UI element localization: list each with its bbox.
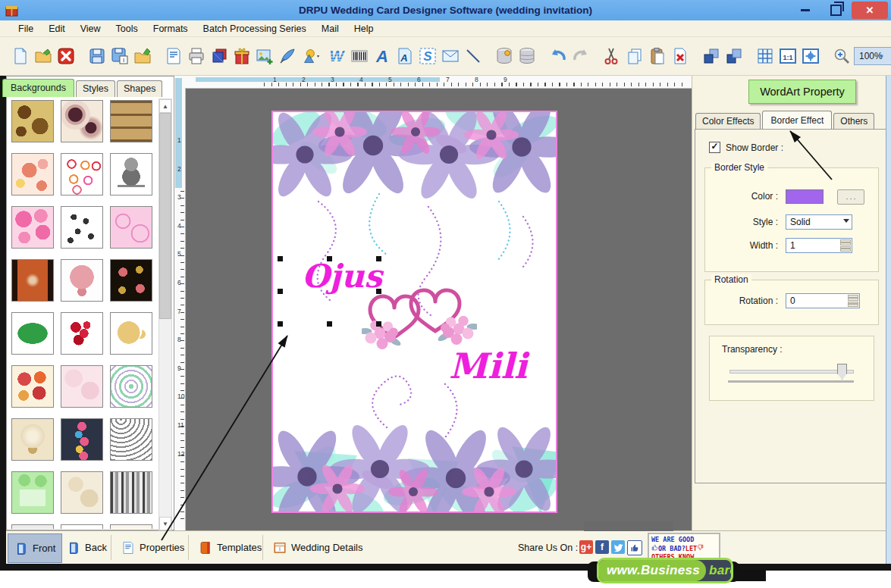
background-thumbnail-petal-elephant[interactable] [61, 259, 103, 302]
background-thumbnail-pink-hearts[interactable] [11, 206, 54, 249]
background-thumbnail-palanquin-sketch[interactable] [110, 153, 152, 195]
barcode-icon[interactable] [349, 46, 369, 67]
menu-file[interactable]: File [11, 22, 41, 36]
text-page-icon[interactable]: A [394, 46, 415, 67]
background-thumbnail-bw-lace-stripes[interactable] [110, 471, 152, 514]
background-thumbnail-green-swirl-frame[interactable] [11, 471, 54, 514]
selection-handle-w[interactable] [278, 289, 283, 294]
undo-icon[interactable] [547, 46, 568, 67]
wedding-details-button[interactable]: I Wedding Details [267, 533, 369, 561]
new-document-icon[interactable] [10, 46, 30, 67]
background-thumbnail-yellow-brown-floral[interactable] [11, 100, 54, 142]
background-thumbnail-pink-swirls[interactable] [110, 206, 152, 249]
templates-button[interactable]: Templates [193, 533, 268, 561]
zoom-in-icon[interactable] [831, 46, 852, 67]
selection-handle-n[interactable] [327, 256, 332, 261]
spin-down-icon[interactable] [848, 302, 858, 308]
minimize-button[interactable] [791, 2, 820, 18]
tab-styles[interactable]: Styles [76, 80, 115, 97]
background-thumbnail-mandala[interactable] [110, 365, 152, 408]
background-thumbnail-ornate-hearts[interactable] [11, 365, 54, 408]
scroll-down-icon[interactable]: ▼ [159, 517, 171, 530]
color-browse-button[interactable]: . . . [837, 189, 864, 205]
google-plus-icon[interactable]: g+ [579, 540, 593, 554]
tab-border-effect[interactable]: Border Effect [762, 111, 832, 130]
grid-icon[interactable] [755, 46, 775, 67]
selection-handle-e[interactable] [376, 289, 381, 294]
background-thumbnail-cream-rose[interactable] [11, 418, 54, 461]
copy-icon[interactable] [624, 46, 645, 67]
zoom-level-dropdown[interactable]: 100% [854, 47, 891, 65]
selection-handle-s[interactable] [327, 321, 332, 327]
bride-name-wordart[interactable]: Mili [449, 349, 527, 383]
groom-name-wordart[interactable]: Ojus [302, 261, 382, 292]
bring-to-front-icon[interactable] [701, 46, 721, 67]
selection-handle-se[interactable] [376, 321, 381, 327]
thumbnails-scrollbar[interactable]: ▲ ▼ [158, 99, 172, 531]
restore-button[interactable] [821, 2, 850, 18]
background-thumbnail-wedding-couples[interactable] [61, 206, 103, 249]
toolbar-overflow-icon[interactable]: » [879, 51, 883, 60]
background-thumbnail-heart-outlines[interactable] [61, 153, 103, 195]
actual-size-icon[interactable]: 1:1 [777, 46, 798, 67]
front-button[interactable]: Front [8, 533, 62, 563]
menu-tools[interactable]: Tools [108, 22, 146, 36]
selection-handle-ne[interactable] [376, 256, 381, 261]
delete-icon[interactable] [670, 46, 690, 67]
background-thumbnail-green-leaf[interactable] [11, 312, 54, 355]
menu-batch-processing-series[interactable]: Batch Processing Series [196, 22, 314, 36]
scrollbar-thumb[interactable] [159, 113, 171, 319]
rotation-spinner[interactable]: 0 [786, 293, 860, 308]
menu-mail[interactable]: Mail [314, 22, 347, 36]
border-color-swatch[interactable] [786, 189, 824, 204]
gift-icon[interactable] [231, 46, 252, 67]
background-thumbnail-navy-floral-strip[interactable] [61, 418, 103, 461]
tab-backgrounds[interactable]: Backgrounds [2, 79, 74, 97]
properties-button[interactable]: Properties [115, 533, 190, 561]
spin-down-icon[interactable] [840, 246, 851, 252]
word-art-icon[interactable]: W [326, 46, 347, 67]
insert-text-icon[interactable]: A [372, 46, 392, 67]
background-thumbnail-pink-texture[interactable] [61, 365, 103, 408]
background-thumbnail-partial-row-3[interactable] [110, 524, 152, 529]
background-thumbnail-partial-row-2[interactable] [61, 524, 103, 529]
back-button[interactable]: Back [61, 533, 113, 561]
insert-shape-icon[interactable] [300, 46, 324, 67]
draw-line-icon[interactable] [463, 46, 483, 67]
transparency-slider-thumb[interactable] [837, 364, 847, 380]
twitter-icon[interactable] [611, 540, 625, 554]
tab-others[interactable]: Others [833, 113, 874, 129]
menu-help[interactable]: Help [347, 22, 381, 36]
tab-color-effects[interactable]: Color Effects [695, 113, 761, 129]
like-icon[interactable] [627, 540, 642, 555]
envelope-icon[interactable] [440, 46, 460, 67]
wedding-card[interactable]: Ojus Mili [271, 111, 557, 513]
border-style-dropdown[interactable]: Solid [786, 214, 852, 230]
print-icon[interactable] [186, 46, 206, 67]
background-thumbnail-ganesha-orange[interactable] [11, 259, 54, 302]
paste-icon[interactable] [647, 46, 667, 67]
card-stack-icon[interactable] [209, 46, 229, 67]
background-thumbnail-beige-texture[interactable] [61, 471, 103, 514]
background-thumbnail-paisley-cream[interactable] [61, 100, 103, 142]
export-folder-icon[interactable] [132, 46, 152, 67]
show-border-checkbox[interactable]: ✓ [709, 142, 720, 153]
border-width-spinner[interactable]: 1 [786, 238, 852, 253]
spin-up-icon[interactable] [848, 295, 858, 301]
background-thumbnail-black-gold-floral[interactable] [110, 259, 152, 302]
close-button[interactable]: ✕ [852, 2, 888, 19]
background-thumbnail-brown-tiles[interactable] [110, 100, 152, 142]
database-icon[interactable] [516, 46, 537, 67]
save-as-icon[interactable]: I [109, 46, 130, 67]
design-canvas[interactable]: 123456789101112 123456789 [174, 76, 692, 530]
cut-icon[interactable] [601, 46, 622, 67]
background-thumbnail-gray-lace-scallop[interactable] [110, 418, 152, 461]
selection-handle-nw[interactable] [278, 256, 283, 261]
background-thumbnail-rose-petals[interactable] [61, 312, 103, 355]
page-properties-icon[interactable] [163, 46, 184, 67]
background-thumbnail-partial-row-1[interactable] [11, 524, 54, 529]
menu-view[interactable]: View [73, 22, 108, 36]
style-selection-icon[interactable]: S [417, 46, 438, 67]
insert-image-icon[interactable] [254, 46, 275, 67]
database-gold-icon[interactable] [494, 46, 514, 67]
